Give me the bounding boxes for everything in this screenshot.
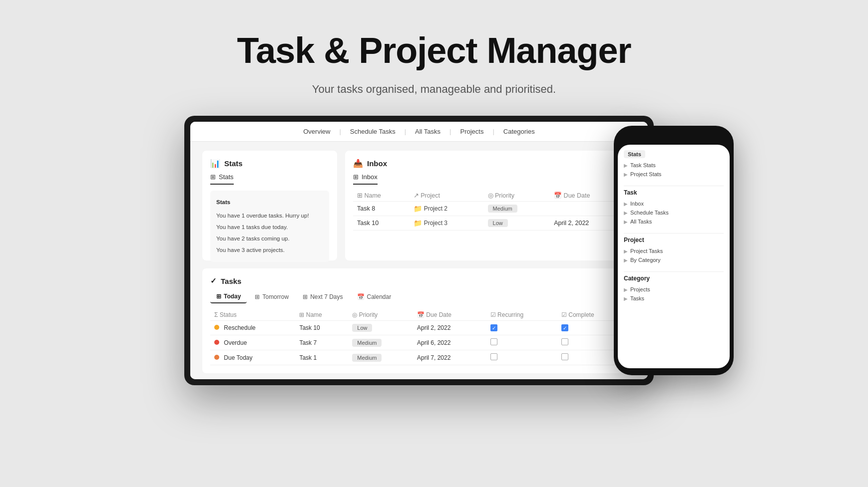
folder-icon-2: 📁	[414, 219, 422, 227]
task-2-priority: Medium	[348, 335, 413, 350]
phone-nav-task-stats[interactable]: ▶ Task Stats	[624, 161, 724, 170]
stats-panel-title: Stats	[224, 159, 243, 168]
status-dot-yellow	[214, 325, 219, 330]
task-3-name: Task 1	[295, 350, 348, 365]
tab-tomorrow[interactable]: ⊞ Tomorrow	[249, 290, 295, 303]
inbox-task-10-project: 📁 Project 3	[410, 216, 484, 231]
stats-panel: 📊 Stats ⊞ Stats Stats You have 1 overdue…	[202, 151, 337, 260]
col-recurring: ☑ Recurring	[486, 309, 557, 321]
inbox-panel-header: 📥 Inbox	[353, 159, 628, 168]
phone-project-title: Project	[624, 237, 724, 244]
task-1-recurring[interactable]: ✓	[486, 321, 557, 335]
task-3-due: April 7, 2022	[413, 350, 486, 365]
checkbox-recurring-empty-3[interactable]	[490, 353, 497, 360]
checkbox-recurring-empty[interactable]	[490, 338, 497, 345]
task-row-3: Due Today Task 1 Medium April 7, 2022	[210, 350, 628, 365]
grid-icon-inbox: ⊞	[353, 173, 359, 181]
tasks-title: Tasks	[221, 277, 241, 285]
nav-all-tasks[interactable]: All Tasks	[415, 128, 440, 135]
phone-label-task-stats: Task Stats	[630, 162, 656, 168]
stats-highlight: Stats	[624, 150, 645, 158]
nav-sep-3: |	[449, 128, 451, 135]
stat-msg-1: You have 1 overdue tasks. Hurry up!	[216, 210, 323, 222]
checkbox-complete-empty[interactable]	[561, 338, 568, 345]
stats-tab[interactable]: ⊞ Stats	[210, 173, 234, 185]
nav-projects[interactable]: Projects	[460, 128, 484, 135]
phone-notch	[654, 133, 694, 142]
stats-chart-icon: 📊	[210, 159, 220, 168]
phone-nav-schedule-tasks[interactable]: ▶ Schedule Tasks	[624, 208, 724, 217]
inbox-task-10-priority: Low	[484, 216, 550, 231]
task-1-status: Reschedule	[210, 321, 295, 335]
task-2-due: April 6, 2022	[413, 335, 486, 350]
arrow-icon-3: ▶	[624, 201, 628, 207]
phone-label-all-tasks: All Tasks	[630, 219, 652, 225]
nav-sep-1: |	[339, 128, 341, 135]
stats-panel-header: 📊 Stats	[210, 159, 329, 168]
col-priority: ◎ Priority	[348, 309, 413, 321]
inbox-icon: 📥	[353, 159, 363, 168]
folder-icon-1: 📁	[414, 205, 422, 213]
phone-nav-tasks[interactable]: ▶ Tasks	[624, 294, 724, 303]
phone-group-task: Task ▶ Inbox ▶ Schedule Tasks ▶ All Task…	[624, 189, 724, 226]
task-row-1: Reschedule Task 10 Low April 2, 2022 ✓	[210, 321, 628, 335]
stats-inner-title: Stats	[216, 197, 323, 208]
tasks-section: ✓ Tasks ⊞ Today ⊞ Tomorrow ⊞	[202, 268, 636, 373]
inbox-task-8-name: Task 8	[353, 202, 410, 216]
checkbox-recurring-checked[interactable]: ✓	[490, 324, 497, 331]
inbox-row-2: Task 10 📁 Project 3 Low	[353, 216, 628, 231]
nav-overview[interactable]: Overview	[303, 128, 330, 135]
task-2-recurring[interactable]	[486, 335, 557, 350]
arrow-icon-8: ▶	[624, 287, 628, 292]
phone-divider-3	[624, 271, 724, 272]
phone-nav-inbox[interactable]: ▶ Inbox	[624, 199, 724, 208]
arrow-icon-9: ▶	[624, 296, 628, 301]
phone-nav-all-tasks[interactable]: ▶ All Tasks	[624, 217, 724, 226]
grid-icon-stats: ⊞	[210, 173, 216, 181]
checkbox-complete-checked[interactable]: ✓	[561, 324, 568, 331]
status-dot-orange	[214, 355, 219, 360]
grid-icon-tomorrow: ⊞	[255, 293, 260, 300]
phone-stats-title: Stats	[624, 151, 724, 158]
inbox-tab[interactable]: ⊞ Inbox	[353, 173, 378, 185]
col-status: Σ Status	[210, 309, 295, 321]
phone-nav-by-category[interactable]: ▶ By Category	[624, 255, 724, 264]
checkbox-complete-empty-3[interactable]	[561, 353, 568, 360]
arrow-icon-7: ▶	[624, 257, 628, 263]
phone-nav-project-tasks[interactable]: ▶ Project Tasks	[624, 246, 724, 255]
phone-group-project: Project ▶ Project Tasks ▶ By Category	[624, 237, 724, 264]
inbox-col-project: ↗ Project	[410, 190, 484, 202]
grid-icon-next7: ⊞	[303, 293, 308, 300]
inbox-row-1: Task 8 📁 Project 2 Medium	[353, 202, 628, 216]
phone-label-tasks: Tasks	[630, 295, 644, 301]
tasks-tabs: ⊞ Today ⊞ Tomorrow ⊞ Next 7 Days 📅	[210, 290, 628, 303]
nav-categories[interactable]: Categories	[503, 128, 535, 135]
phone-nav-projects[interactable]: ▶ Projects	[624, 285, 724, 294]
task-3-recurring[interactable]	[486, 350, 557, 365]
inbox-panel: 📥 Inbox ⊞ Inbox ⊞ Name ↗ Project	[345, 151, 636, 260]
inbox-task-8-priority: Medium	[484, 202, 550, 216]
arrow-icon-5: ▶	[624, 219, 628, 225]
task-row-2: Overdue Task 7 Medium April 6, 2022	[210, 335, 628, 350]
phone-category-title: Category	[624, 275, 724, 282]
col-name: ⊞ Name	[295, 309, 348, 321]
tab-today[interactable]: ⊞ Today	[210, 290, 247, 303]
devices-container: Overview | Schedule Tasks | All Tasks | …	[184, 116, 684, 395]
phone-label-schedule: Schedule Tasks	[630, 210, 669, 216]
nav-schedule[interactable]: Schedule Tasks	[350, 128, 396, 135]
inbox-col-name: ⊞ Name	[353, 190, 410, 202]
arrow-icon-4: ▶	[624, 210, 628, 216]
task-1-due: April 2, 2022	[413, 321, 486, 335]
tab-calendar[interactable]: 📅 Calendar	[351, 290, 398, 303]
phone-label-project-stats: Project Stats	[630, 171, 661, 177]
stat-msg-2: You have 1 tasks due today.	[216, 222, 323, 233]
phone-group-stats: Stats ▶ Task Stats ▶ Project Stats	[624, 151, 724, 179]
tab-next7[interactable]: ⊞ Next 7 Days	[297, 290, 349, 303]
phone-nav-project-stats[interactable]: ▶ Project Stats	[624, 170, 724, 179]
stats-tab-label: Stats	[219, 173, 234, 181]
phone-divider-2	[624, 233, 724, 234]
phone-task-title: Task	[624, 189, 724, 196]
inbox-table: ⊞ Name ↗ Project ◎ Priority 📅 Due Date T…	[353, 190, 628, 231]
tablet-screen: Overview | Schedule Tasks | All Tasks | …	[190, 122, 648, 379]
nav-sep-2: |	[405, 128, 406, 135]
